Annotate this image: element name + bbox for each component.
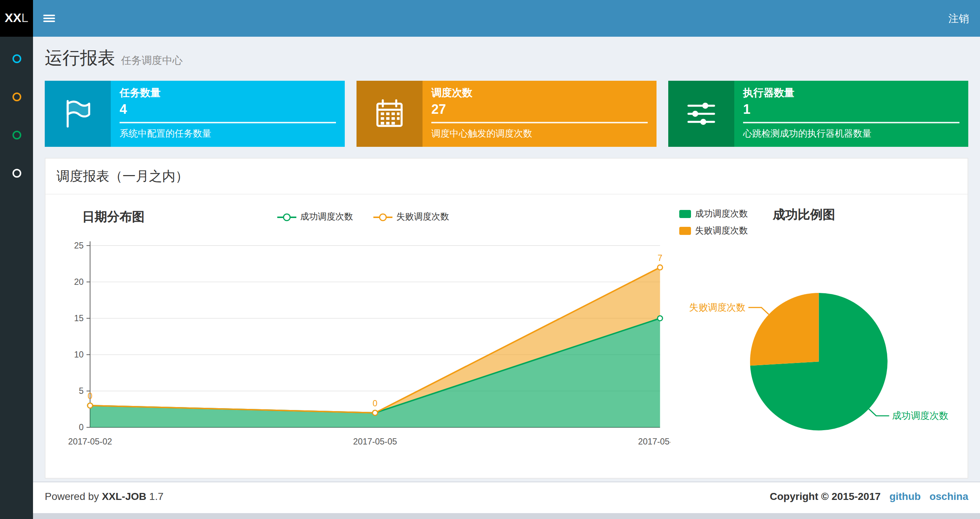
success-ratio-chart[interactable]: 成功调度次数失败调度次数 (671, 237, 960, 463)
info-box-divider (119, 122, 336, 123)
circle-icon (12, 131, 21, 139)
info-box-description: 系统中配置的任务数量 (119, 128, 336, 140)
y-axis-label: 10 (74, 350, 84, 359)
copyright-text: Copyright © 2015-2017 (770, 490, 881, 502)
copyright: Copyright © 2015-2017 github oschina (770, 490, 968, 502)
pie-slice[interactable] (750, 293, 819, 366)
legend-item[interactable]: 成功调度次数 (277, 211, 353, 223)
navbar: 注销 (33, 0, 980, 37)
flag-icon (45, 81, 111, 147)
content: 任务数量 4 系统中配置的任务数量 (33, 71, 980, 482)
sidebar (0, 37, 33, 519)
info-box-jobs: 任务数量 4 系统中配置的任务数量 (45, 81, 345, 147)
legend-label: 成功调度次数 (695, 208, 748, 220)
powered-prefix: Powered by (45, 490, 99, 502)
info-box-content: 任务数量 4 系统中配置的任务数量 (111, 81, 345, 147)
line-circle-legend-icon (373, 212, 393, 221)
app-root: XXL 注销 运行报表任务调度中心 (0, 0, 980, 519)
success-ratio-section: 成功调度次数失败调度次数 成功比例图 成功调度次数失败调度次数 (671, 205, 960, 463)
sidebar-toggle-button[interactable] (33, 0, 65, 37)
pie-chart-title: 成功比例图 (773, 206, 835, 223)
sidebar-item-executor[interactable] (0, 154, 33, 192)
x-axis-label: 2017-05-02 (68, 437, 112, 446)
legend-label: 失败调度次数 (695, 225, 748, 237)
app-logo[interactable]: XXL (0, 0, 33, 37)
pie-label-line (749, 308, 769, 315)
pie-label-line (869, 409, 890, 416)
hamburger-icon (43, 13, 55, 24)
github-link[interactable]: github (889, 490, 921, 502)
logo-text-light: L (21, 11, 28, 26)
info-box-content: 执行器数量 1 心跳检测成功的执行器机器数量 (734, 81, 968, 147)
line-chart-header: 日期分布图 成功调度次数失败调度次数 (56, 205, 671, 233)
y-axis-label: 0 (79, 422, 84, 432)
y-axis-label: 5 (79, 386, 84, 396)
point-value-label: 0 (88, 391, 92, 401)
info-box-triggers: 调度次数 27 调度中心触发的调度次数 (356, 81, 657, 147)
line-chart-title: 日期分布图 (82, 209, 145, 225)
logo-text-bold: XX (5, 11, 21, 26)
top-navbar: XXL 注销 (0, 0, 980, 37)
legend-swatch-icon (679, 227, 691, 235)
info-box-description: 调度中心触发的调度次数 (431, 128, 648, 140)
pie-slice-label: 失败调度次数 (689, 302, 746, 312)
legend-label: 失败调度次数 (396, 211, 449, 223)
x-axis-label: 2017-05-05 (353, 437, 397, 446)
failed-point-marker[interactable] (658, 265, 663, 270)
legend-swatch-icon (679, 210, 691, 218)
info-box-value: 1 (743, 102, 959, 117)
sidebar-menu (0, 40, 33, 192)
page-bottom-strip (33, 513, 980, 519)
info-box-label: 任务数量 (119, 86, 336, 100)
date-distribution-chart[interactable]: 05101520252017-05-022017-05-052017-05-08… (56, 233, 671, 456)
date-distribution-section: 日期分布图 成功调度次数失败调度次数 05101520252017-05-022… (56, 205, 671, 463)
sidebar-item-log[interactable] (0, 116, 33, 154)
sliders-icon (668, 81, 734, 147)
sidebar-item-job[interactable] (0, 78, 33, 116)
report-panel: 调度报表（一月之内） 日期分布图 成功调度次数失败调度次数 0510152025… (45, 158, 968, 479)
point-value-label: 7 (658, 253, 662, 263)
panel-body: 日期分布图 成功调度次数失败调度次数 05101520252017-05-022… (46, 195, 967, 478)
logout-link[interactable]: 注销 (937, 0, 980, 37)
info-box-label: 执行器数量 (743, 86, 959, 100)
info-box-divider (431, 122, 648, 123)
powered-by: Powered by XXL-JOB 1.7 (45, 490, 164, 502)
legend-item[interactable]: 成功调度次数 (679, 208, 748, 220)
info-box-label: 调度次数 (431, 86, 648, 100)
info-box-description: 心跳检测成功的执行器机器数量 (743, 128, 959, 140)
legend-item[interactable]: 失败调度次数 (373, 211, 449, 223)
y-axis-label: 20 (74, 277, 84, 287)
footer: Powered by XXL-JOB 1.7 Copyright © 2015-… (33, 482, 980, 513)
circle-icon (12, 169, 21, 178)
success-point-marker[interactable] (658, 316, 663, 321)
point-value-label: 0 (372, 399, 377, 408)
legend-item[interactable]: 失败调度次数 (679, 225, 748, 237)
y-axis-label: 25 (74, 241, 84, 250)
info-box-executors: 执行器数量 1 心跳检测成功的执行器机器数量 (668, 81, 968, 147)
failed-point-marker[interactable] (372, 410, 378, 415)
y-axis-label: 15 (74, 313, 84, 323)
panel-title: 调度报表（一月之内） (46, 158, 967, 195)
info-box-value: 4 (119, 102, 336, 117)
info-box-row: 任务数量 4 系统中配置的任务数量 (45, 81, 968, 147)
sidebar-item-report[interactable] (0, 40, 33, 78)
content-header: 运行报表任务调度中心 (33, 37, 980, 71)
product-version: 1.7 (149, 490, 164, 502)
page-subtitle: 任务调度中心 (121, 54, 183, 66)
pie-chart-header: 成功调度次数失败调度次数 成功比例图 (671, 205, 960, 237)
info-box-content: 调度次数 27 调度中心触发的调度次数 (423, 81, 657, 147)
line-circle-legend-icon (277, 212, 296, 221)
pie-chart-legend: 成功调度次数失败调度次数 (679, 205, 748, 237)
legend-label: 成功调度次数 (300, 211, 353, 223)
info-box-divider (743, 122, 959, 123)
pie-slice-label: 成功调度次数 (892, 410, 949, 421)
oschina-link[interactable]: oschina (929, 490, 968, 502)
failed-point-marker[interactable] (88, 403, 93, 408)
product-name: XXL-JOB (102, 490, 146, 502)
content-wrapper: 运行报表任务调度中心 任务数量 4 系统中配置的任务 (33, 37, 980, 482)
line-chart-legend: 成功调度次数失败调度次数 (56, 205, 671, 223)
page-title: 运行报表 (45, 48, 115, 67)
circle-icon (12, 54, 21, 63)
info-box-value: 27 (431, 102, 648, 117)
calendar-icon (356, 81, 423, 147)
